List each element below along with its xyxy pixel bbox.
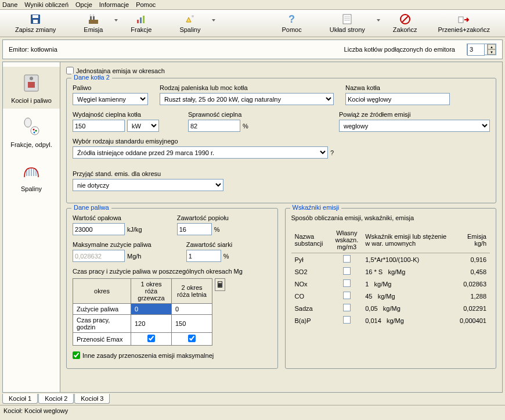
emax-check-2[interactable] [188, 335, 196, 342]
boiler-count-input[interactable] [467, 44, 485, 56]
row-czas: Czas pracy, godzin [73, 315, 131, 333]
sprawnosc-input[interactable] [188, 120, 240, 132]
tab-kociol-3[interactable]: Kocioł 3 [74, 394, 110, 404]
rodzaj-select[interactable]: Ruszt stały, 25 do 200 kW, ciąg naturaln… [160, 93, 334, 105]
toolbar-zakoncz[interactable]: Zakończ [383, 12, 428, 34]
sprawnosc-label: Sprawność cieplna [188, 111, 248, 118]
svg-rect-9 [140, 17, 142, 23]
group-dane-kotla: Dane kotła 2 Paliwo Węgiel kamienny Rodz… [66, 78, 496, 203]
wartosc-label: Wartość opałowa [73, 214, 142, 221]
menu-informacje[interactable]: Informacje [99, 1, 129, 8]
th-nazwa: Nazwa substancji [291, 227, 332, 253]
wybor-select[interactable]: Źródła istniejące oddane przed 29 marca … [73, 146, 328, 159]
sidebar-tab-kociol-label: Kocioł i paliwo [11, 97, 52, 104]
own-indicator-checkbox[interactable] [343, 304, 351, 311]
tab-kociol-1[interactable]: Kocioł 1 [2, 394, 38, 404]
max-input [73, 250, 125, 262]
row-przenosic: Przenosić Emax [73, 333, 131, 346]
wydajnosc-unit-select[interactable]: kW [127, 120, 159, 132]
period-table: okres 1 okres róża grzewcza 2 okres róża… [73, 278, 212, 346]
cell-czas-2[interactable]: 150 [172, 315, 212, 333]
emission-row: SO216 * S kg/Mg0,458 [291, 265, 490, 278]
svg-rect-5 [93, 16, 95, 20]
przyjac-select[interactable]: nie dotyczy [73, 179, 223, 191]
toolbar-uklad[interactable]: Układ strony [312, 12, 383, 34]
popiol-label: Zawartość popiołu [177, 214, 229, 221]
cell-zuzycie-2[interactable]: 0 [172, 304, 212, 315]
own-indicator-checkbox[interactable] [343, 279, 351, 287]
toolbar-spaliny[interactable]: Spaliny [162, 12, 218, 34]
sidebar-tab-spaliny[interactable]: Spaliny [3, 155, 60, 197]
boiler-icon [20, 71, 43, 95]
spinner-down[interactable]: ▼ [488, 49, 496, 55]
wydajnosc-input[interactable] [73, 120, 125, 132]
toolbar-spaliny-label: Spaliny [179, 26, 200, 33]
group-dane-paliwa-title: Dane paliwa [71, 204, 111, 211]
stop-icon [399, 13, 411, 25]
emission-unit: kg/Mg [383, 305, 401, 312]
toolbar-przenies[interactable]: Przenieś+zakończ [427, 12, 500, 34]
toolbar-save[interactable]: Zapisz zmiany [5, 12, 66, 34]
nazwa-input[interactable] [345, 93, 450, 105]
own-indicator-checkbox[interactable] [343, 292, 351, 299]
emission-name: B(a)P [291, 314, 332, 326]
sidebar-tab-frakcje[interactable]: Frakcje, odpyl. [3, 111, 60, 153]
emission-row: CO45 kg/Mg1,288 [291, 290, 490, 302]
svg-rect-2 [33, 20, 38, 23]
sprawnosc-unit: % [243, 123, 248, 130]
emission-unit: kg/Mg [374, 281, 392, 288]
calculator-button[interactable]: 🖩 [215, 278, 225, 291]
toolbar-pomoc[interactable]: ? Pomoc [271, 12, 312, 34]
th-emisja: Emisja kg/h [455, 227, 490, 253]
cell-przenosic-1[interactable] [131, 333, 172, 346]
emission-name: SO2 [291, 265, 332, 278]
emax-check-1[interactable] [147, 335, 155, 342]
paliwo-select[interactable]: Węgiel kamienny [73, 93, 148, 105]
menu-pomoc[interactable]: Pomoc [136, 1, 156, 8]
rodzaj-label: Rodzaj paleniska lub moc kotła [160, 84, 334, 91]
cell-przenosic-2[interactable] [172, 333, 212, 346]
svg-rect-3 [89, 20, 98, 24]
emitter-bar: Emitor: kotłownia Liczba kotłów podłączo… [2, 40, 503, 59]
wybor-help[interactable]: ? [330, 149, 334, 156]
menu-dane[interactable]: Dane [2, 1, 17, 8]
powiaz-select[interactable]: weglowy [339, 120, 490, 132]
wartosc-input[interactable] [73, 223, 125, 235]
emission-row: NOx1 kg/Mg0,02863 [291, 278, 490, 290]
cell-czas-1[interactable]: 120 [131, 315, 172, 333]
emission-row: B(a)P0,014 kg/Mg0,000401 [291, 314, 490, 326]
toolbar-emisja[interactable]: Emisja [66, 12, 120, 34]
exhaust-icon [20, 160, 43, 183]
emission-factor: 16 * S [365, 268, 383, 275]
svg-point-26 [34, 132, 35, 134]
emission-value: 0,000401 [455, 314, 490, 326]
menu-wyniki[interactable]: Wyniki obliczeń [24, 1, 68, 8]
inne-zasady-checkbox[interactable] [73, 351, 80, 359]
spinner-up[interactable]: ▲ [488, 44, 496, 49]
nazwa-label: Nazwa kotła [345, 84, 450, 91]
emitter-label: Emitor: kotłownia [9, 46, 57, 53]
chart-icon [135, 13, 147, 25]
sidebar-tab-kociol[interactable]: Kocioł i paliwo [3, 67, 60, 109]
bottom-tabs: Kocioł 1 Kocioł 2 Kocioł 3 [2, 394, 503, 404]
menu-opcje[interactable]: Opcje [75, 1, 92, 8]
own-indicator-checkbox[interactable] [343, 255, 351, 263]
svg-rect-4 [90, 16, 92, 20]
popiol-input[interactable] [177, 223, 212, 235]
toolbar-zakoncz-label: Zakończ [393, 26, 417, 33]
emission-name: CO [291, 290, 332, 302]
emission-factor: 0,05 [365, 305, 377, 312]
tab-kociol-2[interactable]: Kocioł 2 [38, 394, 74, 404]
siarka-input[interactable] [186, 250, 221, 262]
svg-point-6 [89, 15, 91, 16]
boiler-count-spinner[interactable]: ▲ ▼ [467, 44, 496, 55]
svg-rect-20 [28, 82, 35, 88]
emission-name: NOx [291, 278, 332, 290]
statusbar: Kocioł: Kocioł weglowy [0, 405, 505, 416]
toolbar-frakcje[interactable]: Frakcje [120, 12, 162, 34]
powiaz-label: Powiąż ze źródłem emisji [339, 111, 490, 118]
own-indicator-checkbox[interactable] [343, 316, 351, 324]
cell-zuzycie-1[interactable]: 0 [131, 304, 172, 315]
chevron-down-icon [377, 19, 380, 21]
own-indicator-checkbox[interactable] [343, 267, 351, 275]
